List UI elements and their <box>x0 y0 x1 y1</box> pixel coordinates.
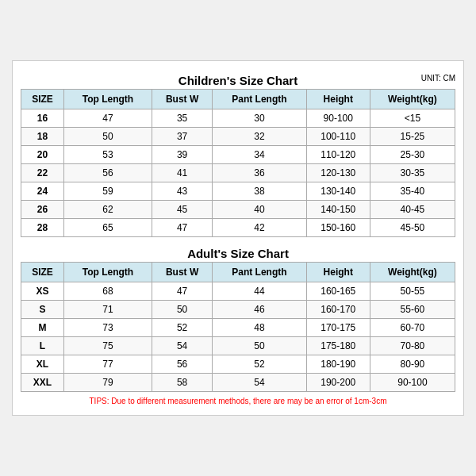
table-cell: 71 <box>63 301 152 319</box>
adult-size-table: SIZE Top Length Bust W Pant Length Heigh… <box>21 262 455 392</box>
table-cell: 30 <box>213 109 306 128</box>
table-cell: 170-175 <box>306 319 370 337</box>
table-row: 20533934110-12025-30 <box>21 146 455 164</box>
children-section-title: Children's Size Chart UNIT: CM <box>21 69 455 89</box>
tips-text: TIPS: Due to different measurement metho… <box>21 392 455 407</box>
table-cell: 70-80 <box>370 337 455 355</box>
table-cell: 80-90 <box>370 355 455 374</box>
table-cell: 68 <box>63 282 152 301</box>
table-cell: XS <box>21 282 64 301</box>
table-cell: 46 <box>213 301 306 319</box>
col-header-top-length: Top Length <box>63 90 152 109</box>
table-cell: 39 <box>152 146 213 164</box>
adult-col-header-pant-length: Pant Length <box>213 263 306 282</box>
table-cell: 50 <box>152 301 213 319</box>
table-cell: 41 <box>152 164 213 182</box>
table-cell: 79 <box>63 374 152 392</box>
table-cell: M <box>21 319 64 337</box>
table-cell: 15-25 <box>370 128 455 146</box>
col-header-bust-w: Bust W <box>152 90 213 109</box>
table-cell: 35 <box>152 109 213 128</box>
table-cell: 190-200 <box>306 374 370 392</box>
table-cell: 40-45 <box>370 201 455 219</box>
table-cell: 32 <box>213 128 306 146</box>
adult-col-header-top-length: Top Length <box>63 263 152 282</box>
table-cell: 43 <box>152 182 213 201</box>
table-cell: 47 <box>152 282 213 301</box>
table-cell: 36 <box>213 164 306 182</box>
table-cell: 120-130 <box>306 164 370 182</box>
table-cell: 77 <box>63 355 152 374</box>
table-cell: 54 <box>213 374 306 392</box>
table-row: 24594338130-14035-40 <box>21 182 455 201</box>
table-row: XS684744160-16550-55 <box>21 282 455 301</box>
table-cell: 38 <box>213 182 306 201</box>
table-cell: 28 <box>21 219 64 237</box>
table-cell: 130-140 <box>306 182 370 201</box>
table-row: 28654742150-16045-50 <box>21 219 455 237</box>
table-cell: 62 <box>63 201 152 219</box>
col-header-weight: Weight(kg) <box>370 90 455 109</box>
table-row: XXL795854190-20090-100 <box>21 374 455 392</box>
table-cell: 24 <box>21 182 64 201</box>
table-cell: 150-160 <box>306 219 370 237</box>
col-header-size: SIZE <box>21 90 64 109</box>
table-cell: S <box>21 301 64 319</box>
table-cell: 26 <box>21 201 64 219</box>
table-row: 18503732100-11015-25 <box>21 128 455 146</box>
table-cell: 100-110 <box>306 128 370 146</box>
table-cell: 45-50 <box>370 219 455 237</box>
children-title-text: Children's Size Chart <box>178 74 298 87</box>
table-row: L755450175-18070-80 <box>21 337 455 355</box>
table-cell: 53 <box>63 146 152 164</box>
table-cell: 42 <box>213 219 306 237</box>
adult-col-header-bust-w: Bust W <box>152 263 213 282</box>
table-cell: 37 <box>152 128 213 146</box>
table-cell: 56 <box>152 355 213 374</box>
table-cell: 50 <box>213 337 306 355</box>
table-cell: 58 <box>152 374 213 392</box>
table-cell: 52 <box>213 355 306 374</box>
table-row: 1647353090-100<15 <box>21 109 455 128</box>
table-cell: 44 <box>213 282 306 301</box>
table-cell: 73 <box>63 319 152 337</box>
table-cell: 16 <box>21 109 64 128</box>
adult-header-row: SIZE Top Length Bust W Pant Length Heigh… <box>21 263 455 282</box>
table-cell: 25-30 <box>370 146 455 164</box>
table-cell: 60-70 <box>370 319 455 337</box>
table-row: M735248170-17560-70 <box>21 319 455 337</box>
table-cell: 47 <box>63 109 152 128</box>
table-cell: 20 <box>21 146 64 164</box>
table-cell: 180-190 <box>306 355 370 374</box>
table-cell: 110-120 <box>306 146 370 164</box>
col-header-height: Height <box>306 90 370 109</box>
table-cell: 75 <box>63 337 152 355</box>
table-cell: 54 <box>152 337 213 355</box>
table-cell: 59 <box>63 182 152 201</box>
table-cell: 47 <box>152 219 213 237</box>
table-cell: 34 <box>213 146 306 164</box>
table-cell: 175-180 <box>306 337 370 355</box>
table-cell: <15 <box>370 109 455 128</box>
table-cell: 160-170 <box>306 301 370 319</box>
table-cell: 50 <box>63 128 152 146</box>
table-cell: 52 <box>152 319 213 337</box>
table-cell: 90-100 <box>370 374 455 392</box>
children-header-row: SIZE Top Length Bust W Pant Length Heigh… <box>21 90 455 109</box>
table-cell: 30-35 <box>370 164 455 182</box>
unit-label: UNIT: CM <box>421 74 455 83</box>
col-header-pant-length: Pant Length <box>213 90 306 109</box>
table-cell: L <box>21 337 64 355</box>
table-cell: 56 <box>63 164 152 182</box>
adult-col-header-height: Height <box>306 263 370 282</box>
size-chart-container: Children's Size Chart UNIT: CM SIZE Top … <box>12 60 464 416</box>
adult-col-header-size: SIZE <box>21 263 64 282</box>
table-cell: 160-165 <box>306 282 370 301</box>
children-size-table: SIZE Top Length Bust W Pant Length Heigh… <box>21 89 455 237</box>
table-cell: 35-40 <box>370 182 455 201</box>
table-cell: 45 <box>152 201 213 219</box>
table-cell: XXL <box>21 374 64 392</box>
table-row: 26624540140-15040-45 <box>21 201 455 219</box>
table-cell: 22 <box>21 164 64 182</box>
table-cell: 140-150 <box>306 201 370 219</box>
